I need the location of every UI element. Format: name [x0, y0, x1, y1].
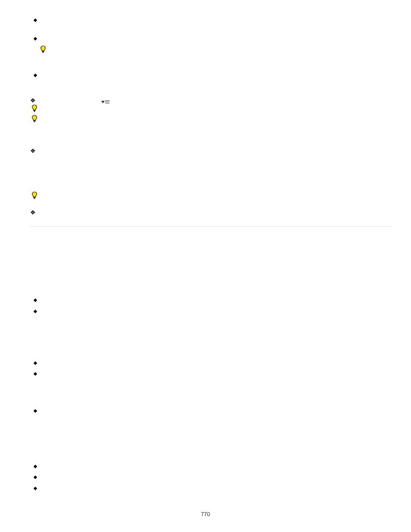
- bullet-icon: [34, 74, 37, 77]
- bullet-icon: [34, 299, 37, 302]
- page-number: 770: [0, 511, 411, 517]
- svg-rect-5: [34, 121, 35, 122]
- bullet-icon: [34, 409, 37, 413]
- divider: [30, 226, 391, 227]
- bullet-icon: [34, 487, 37, 490]
- svg-rect-0: [42, 51, 44, 52]
- fourleaf-icon: ❖: [30, 209, 36, 215]
- svg-rect-6: [34, 197, 35, 198]
- svg-rect-4: [34, 121, 35, 121]
- bullet-icon: [34, 465, 37, 468]
- svg-rect-3: [34, 111, 35, 112]
- list-icon: [101, 99, 109, 104]
- bullet-icon: [34, 19, 37, 22]
- fourleaf-icon: ❖: [30, 148, 36, 154]
- bullet-icon: [34, 361, 37, 365]
- lightbulb-icon: [31, 104, 38, 113]
- svg-rect-7: [34, 198, 35, 199]
- bullet-icon: [34, 476, 37, 479]
- svg-rect-1: [42, 52, 44, 53]
- bullet-icon: [34, 310, 37, 313]
- fourleaf-icon: ❖: [30, 97, 36, 103]
- lightbulb-icon: [31, 115, 38, 123]
- bullet-icon: [34, 372, 37, 376]
- lightbulb-icon: [31, 191, 38, 200]
- svg-rect-2: [34, 110, 35, 111]
- bullet-icon: [34, 37, 37, 40]
- lightbulb-icon: [40, 45, 47, 54]
